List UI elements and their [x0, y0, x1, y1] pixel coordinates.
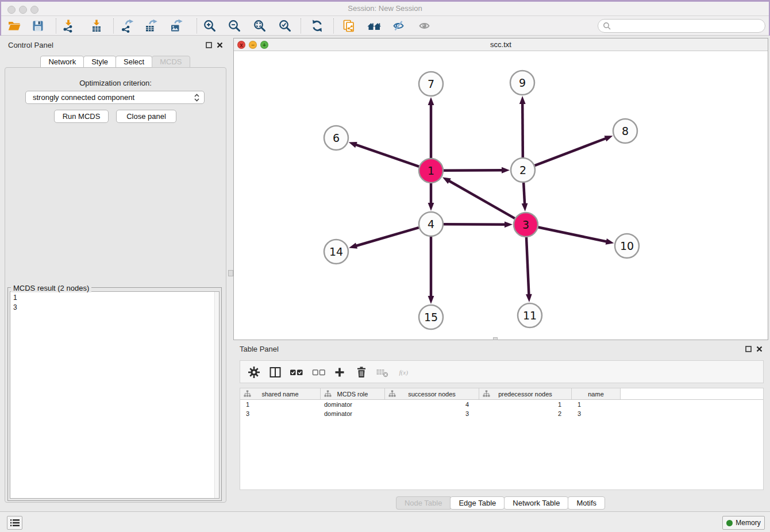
open-session-button[interactable]	[6, 18, 22, 34]
mcds-result-text[interactable]: 1 3	[10, 291, 220, 499]
select-all-button[interactable]	[290, 365, 303, 379]
tab-mcds[interactable]: MCDS	[152, 56, 190, 68]
float-table-panel-button[interactable]	[745, 346, 752, 352]
zoom-in-button[interactable]	[202, 18, 218, 34]
table-row[interactable]: 1dominator411	[240, 400, 763, 409]
import-network-button[interactable]	[60, 18, 76, 34]
task-history-button[interactable]	[7, 516, 22, 530]
graph-node-label: 11	[523, 309, 537, 322]
delete-column-button[interactable]	[355, 365, 368, 379]
delete-table-button[interactable]	[376, 365, 390, 379]
mcds-result-title: MCDS result (2 nodes)	[11, 284, 91, 292]
save-session-button[interactable]	[30, 18, 46, 34]
import-table-icon	[90, 19, 103, 33]
import-table-button[interactable]	[88, 18, 105, 34]
close-table-panel-button[interactable]	[756, 346, 763, 352]
table-cell[interactable]: 1	[479, 400, 572, 409]
network-canvas[interactable]: 7968124314101511	[234, 51, 768, 340]
fit-content-button[interactable]	[252, 18, 268, 34]
graph-edge-4-14[interactable]	[356, 228, 419, 246]
column-header-MCDS-role[interactable]: MCDS role	[321, 388, 385, 399]
graph-edge-arrowhead	[502, 167, 510, 174]
graph-edge-2-3[interactable]	[523, 183, 525, 205]
optimization-criterion-label: Optimization criterion:	[0, 79, 231, 87]
graph-edge-2-9[interactable]	[522, 103, 523, 157]
column-header-successor-nodes[interactable]: successor nodes	[385, 388, 479, 399]
graph-edge-4-3[interactable]	[444, 224, 506, 225]
function-builder-button[interactable]: f(x)	[398, 365, 412, 379]
optimization-criterion-select[interactable]: strongly connected component	[25, 91, 205, 104]
table-cell[interactable]: 4	[385, 400, 479, 409]
hide-details-button[interactable]	[391, 18, 407, 34]
table-cell[interactable]: 2	[479, 409, 572, 418]
tab-network[interactable]: Network	[40, 56, 84, 68]
graph-edge-arrowhead	[349, 242, 357, 248]
tab-motifs[interactable]: Motifs	[568, 496, 605, 510]
graph-node-label: 10	[620, 240, 634, 252]
graph-edge-3-11[interactable]	[526, 237, 529, 295]
column-header-predecessor-nodes[interactable]: predecessor nodes	[479, 388, 572, 399]
table-cell[interactable]: 3	[572, 409, 621, 418]
refresh-layout-button[interactable]	[309, 18, 325, 34]
graph-node-label: 15	[424, 311, 438, 323]
table-row[interactable]: 3dominator323	[240, 409, 763, 418]
zoom-out-button[interactable]	[226, 18, 242, 34]
tab-node-table[interactable]: Node Table	[396, 496, 451, 510]
table-cell[interactable]: dominator	[321, 400, 385, 409]
graph-edge-arrowhead	[522, 203, 528, 211]
vertical-splitter-grip[interactable]	[228, 270, 233, 276]
zoom-selected-button[interactable]	[277, 18, 293, 34]
optimization-criterion-value: strongly connected component	[33, 93, 194, 102]
column-hierarchy-icon	[388, 390, 396, 398]
save-floppy-icon	[31, 19, 45, 33]
horizontal-splitter-grip[interactable]	[493, 337, 498, 340]
column-header-name[interactable]: name	[572, 388, 621, 399]
refresh-icon	[310, 19, 324, 33]
export-image-button[interactable]	[168, 18, 184, 34]
table-settings-button[interactable]	[247, 365, 261, 379]
graph-edge-1-6[interactable]	[355, 144, 419, 166]
column-header-shared-name[interactable]: shared name	[240, 388, 321, 399]
tab-style[interactable]: Style	[83, 56, 116, 68]
table-cell[interactable]: dominator	[321, 409, 385, 418]
close-panel-button-mcds[interactable]: Close panel	[116, 110, 176, 123]
column-label: name	[588, 391, 604, 398]
tab-select[interactable]: Select	[116, 56, 152, 68]
table-cell[interactable]: 3	[385, 409, 479, 418]
fit-content-icon	[253, 19, 267, 33]
float-panel-button[interactable]	[206, 42, 212, 48]
search-input[interactable]	[614, 22, 765, 30]
show-details-button[interactable]	[417, 18, 433, 34]
select-spinner-icon	[194, 94, 199, 102]
graph-edge-3-10[interactable]	[538, 228, 607, 242]
control-panel-tabs: NetworkStyleSelectMCDS	[0, 56, 231, 68]
show-columns-button[interactable]	[268, 365, 282, 379]
graph-node-label: 8	[622, 125, 629, 137]
close-panel-button[interactable]	[217, 42, 223, 48]
create-column-button[interactable]	[333, 365, 346, 379]
table-cell[interactable]: 1	[572, 400, 621, 409]
network-window: x – + scc.txt 7968124314101511	[233, 38, 768, 340]
memory-button[interactable]: Memory	[722, 516, 765, 530]
graph-edge-arrowhead	[505, 221, 513, 228]
tab-edge-table[interactable]: Edge Table	[450, 496, 505, 510]
export-table-button[interactable]	[143, 18, 159, 34]
duplicate-network-button[interactable]	[341, 18, 357, 34]
result-scrollbar[interactable]	[214, 292, 219, 498]
graph-edge-2-8[interactable]	[535, 138, 607, 165]
trash-icon	[355, 366, 368, 379]
deselect-all-button[interactable]	[312, 365, 326, 379]
zoom-selected-icon	[278, 19, 292, 33]
network-window-titlebar[interactable]: x – + scc.txt	[234, 38, 768, 51]
memory-status-icon	[726, 520, 733, 526]
tab-network-table[interactable]: Network Table	[504, 496, 568, 510]
import-network-icon	[61, 19, 75, 33]
run-mcds-button[interactable]: Run MCDS	[54, 110, 109, 123]
export-network-button[interactable]	[119, 18, 135, 34]
graph-edge-3-1[interactable]	[448, 180, 514, 218]
table-cell[interactable]: 1	[240, 400, 321, 409]
graph-edge-1-2[interactable]	[444, 170, 503, 171]
table-cell[interactable]: 3	[240, 409, 321, 418]
column-label: shared name	[261, 391, 298, 398]
first-neighbors-button[interactable]	[366, 18, 382, 34]
